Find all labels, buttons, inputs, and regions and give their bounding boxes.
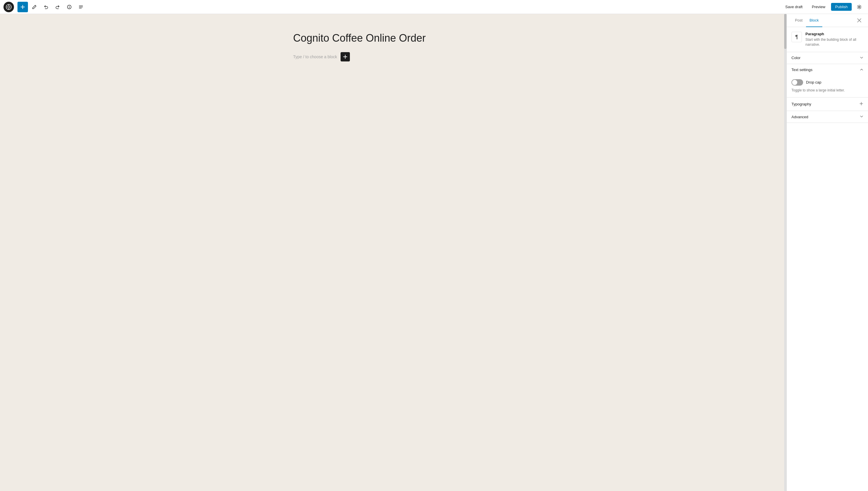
tab-block[interactable]: Block [806, 14, 822, 27]
wp-logo [3, 2, 14, 12]
main-area: Cognito Coffee Online Order Type / to ch… [0, 14, 868, 491]
typography-plus-icon [859, 101, 863, 107]
paragraph-block-icon: ¶ [792, 32, 802, 42]
drop-cap-row: Drop cap [792, 79, 863, 86]
list-view-button[interactable] [76, 2, 86, 12]
text-settings-content: Drop cap Toggle to show a large initial … [787, 76, 868, 97]
advanced-panel-header[interactable]: Advanced [787, 111, 868, 123]
scrollbar-thumb[interactable] [784, 14, 786, 49]
wp-logo-icon [6, 4, 12, 10]
plus-icon [21, 5, 25, 9]
undo-icon [44, 5, 48, 9]
block-info: ¶ Paragraph Start with the building bloc… [787, 27, 868, 52]
sidebar: Post Block ¶ Paragraph Start with the bu… [786, 14, 868, 491]
settings-button[interactable] [854, 2, 865, 12]
svg-point-3 [859, 6, 860, 7]
editor-area[interactable]: Cognito Coffee Online Order Type / to ch… [0, 14, 784, 491]
add-block-inline-button[interactable] [341, 52, 350, 61]
undo-button[interactable] [41, 2, 51, 12]
gear-icon [857, 5, 862, 9]
color-panel: Color [787, 52, 868, 64]
toolbar-right-actions: Save draft Preview Publish [782, 2, 865, 12]
add-block-button[interactable] [18, 2, 28, 12]
info-button[interactable] [64, 2, 74, 12]
typography-panel-header[interactable]: Typography [787, 97, 868, 111]
drop-cap-label: Drop cap [806, 80, 822, 84]
text-settings-chevron-icon [860, 67, 863, 72]
color-panel-header[interactable]: Color [787, 52, 868, 64]
info-icon [67, 5, 72, 9]
redo-icon [55, 5, 60, 9]
pencil-icon [32, 5, 37, 9]
advanced-panel-title: Advanced [792, 115, 808, 119]
tab-post[interactable]: Post [792, 14, 806, 27]
typography-panel-title: Typography [792, 102, 811, 106]
typography-panel: Typography [787, 97, 868, 111]
editor-scrollbar[interactable] [784, 14, 786, 491]
color-chevron-icon [860, 56, 863, 60]
save-draft-button[interactable]: Save draft [782, 3, 806, 11]
sidebar-tabs: Post Block [787, 14, 868, 27]
close-icon [857, 18, 861, 22]
publish-button[interactable]: Publish [831, 3, 852, 11]
svg-point-2 [69, 6, 69, 6]
advanced-chevron-icon [860, 114, 863, 119]
color-panel-title: Color [792, 56, 801, 60]
advanced-panel: Advanced [787, 111, 868, 123]
plus-inline-icon [343, 55, 347, 59]
sidebar-close-button[interactable] [855, 16, 863, 25]
toolbar: Save draft Preview Publish [0, 0, 868, 14]
block-info-text: Paragraph Start with the building block … [805, 32, 863, 47]
redo-button[interactable] [52, 2, 63, 12]
text-settings-panel-title: Text settings [792, 67, 812, 72]
text-settings-panel-header[interactable]: Text settings [787, 64, 868, 76]
block-placeholder-row: Type / to choose a block [293, 52, 491, 61]
block-info-title: Paragraph [805, 32, 863, 36]
block-info-description: Start with the building block of all nar… [805, 37, 863, 47]
edit-button[interactable] [29, 2, 39, 12]
text-settings-panel: Text settings Drop cap Toggle to show a … [787, 64, 868, 98]
editor-content: Cognito Coffee Online Order Type / to ch… [293, 31, 491, 61]
drop-cap-toggle[interactable] [792, 79, 803, 86]
sidebar-tab-group: Post Block [792, 14, 822, 27]
block-placeholder-text: Type / to choose a block [293, 54, 337, 59]
preview-button[interactable]: Preview [808, 3, 829, 11]
post-title[interactable]: Cognito Coffee Online Order [293, 31, 491, 45]
list-view-icon [79, 5, 83, 9]
drop-cap-description: Toggle to show a large initial letter. [792, 88, 863, 93]
